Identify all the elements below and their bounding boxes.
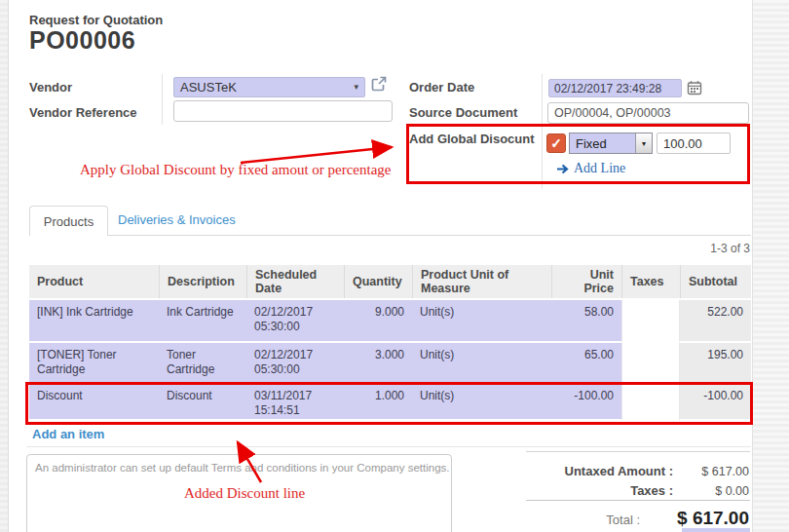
- cell-scheduled-date[interactable]: 03/11/2017 15:14:51: [246, 384, 344, 421]
- table-header-row: Product Description Scheduled Date Quant…: [29, 265, 751, 300]
- form-divider-right: [542, 74, 543, 189]
- col-header-unit-price: Unit Price: [551, 265, 621, 298]
- source-document-label: Source Document: [409, 105, 517, 120]
- untaxed-amount-label: Untaxed Amount :: [526, 464, 673, 478]
- external-link-icon[interactable]: [370, 75, 388, 93]
- col-header-uom: Product Unit of Measure: [412, 265, 551, 298]
- calendar-icon[interactable]: [687, 80, 702, 95]
- cell-unit-price[interactable]: 65.00: [551, 343, 621, 384]
- vendor-reference-input[interactable]: [173, 100, 393, 122]
- page-margin-left: [0, 0, 9, 532]
- chevron-down-icon: ▾: [354, 83, 358, 92]
- order-lines-table: Product Description Scheduled Date Quant…: [29, 265, 751, 421]
- annotation-note-top: Apply Global Discount by fixed amout or …: [80, 162, 392, 178]
- taxes-value: $ 0.00: [673, 484, 749, 498]
- col-header-description: Description: [159, 265, 246, 298]
- add-an-item-link[interactable]: Add an item: [32, 427, 104, 441]
- cell-description[interactable]: Discount: [159, 384, 246, 421]
- order-date-label: Order Date: [409, 80, 474, 95]
- total-row: Total : $ 617.00: [526, 508, 749, 529]
- checkmark-icon: ✓: [550, 135, 562, 151]
- col-header-product: Product: [29, 265, 159, 298]
- total-value: $ 617.00: [640, 508, 749, 529]
- cell-scheduled-date[interactable]: 02/12/2017 05:30:00: [246, 343, 344, 384]
- table-row-discount[interactable]: Discount Discount 03/11/2017 15:14:51 1.…: [29, 384, 751, 421]
- page-title: PO00006: [29, 26, 135, 55]
- tab-deliveries-invoices[interactable]: Deliveries & Invoices: [118, 212, 236, 227]
- cell-unit-price[interactable]: 58.00: [551, 300, 621, 343]
- table-row[interactable]: [INK] Ink Cartridge Ink Cartridge 02/12/…: [29, 300, 751, 343]
- discount-type-select[interactable]: Fixed ▾: [569, 133, 653, 154]
- cell-subtotal[interactable]: -100.00: [680, 384, 751, 421]
- vendor-label: Vendor: [29, 80, 72, 95]
- col-header-taxes: Taxes: [621, 265, 680, 298]
- vendor-value: ASUSTeK: [180, 80, 237, 95]
- page-margin-right: [752, 0, 789, 532]
- annotation-note-bottom: Added Discount line: [184, 485, 305, 502]
- total-highlight-strip: [682, 528, 750, 532]
- cell-product[interactable]: [TONER] Toner Cartridge: [29, 343, 159, 384]
- source-document-input[interactable]: [547, 102, 749, 124]
- table-row[interactable]: [TONER] Toner Cartridge Toner Cartridge …: [29, 343, 751, 384]
- taxes-row: Taxes : $ 0.00: [526, 483, 749, 498]
- cell-unit-price[interactable]: -100.00: [551, 384, 621, 421]
- cell-quantity[interactable]: 9.000: [344, 300, 412, 343]
- cell-scheduled-date[interactable]: 02/12/2017 05:30:00: [246, 300, 344, 343]
- order-date-input[interactable]: [548, 79, 682, 97]
- rfq-form-screen: Request for Quotation PO00006 Vendor Ven…: [0, 0, 789, 532]
- total-label: Total :: [526, 513, 640, 527]
- arrow-right-icon: [556, 164, 569, 174]
- totals-divider-bottom: [526, 500, 750, 501]
- global-discount-label: Add Global Disocunt: [409, 132, 535, 146]
- section-divider: [26, 446, 751, 447]
- cell-description[interactable]: Ink Cartridge: [159, 300, 246, 343]
- col-header-quantity: Quantity: [344, 265, 412, 298]
- cell-uom[interactable]: Unit(s): [412, 343, 551, 384]
- global-discount-checkbox[interactable]: ✓: [546, 133, 566, 153]
- cell-subtotal[interactable]: 522.00: [680, 300, 751, 343]
- pager: 1-3 of 3: [710, 242, 750, 255]
- cell-product[interactable]: [INK] Ink Cartridge: [29, 300, 159, 343]
- cell-taxes[interactable]: [621, 343, 680, 384]
- select-dropdown-button[interactable]: ▾: [635, 133, 652, 153]
- tabbar-divider: [29, 235, 751, 236]
- cell-taxes[interactable]: [621, 300, 680, 343]
- form-divider-left: [162, 74, 163, 125]
- vendor-reference-label: Vendor Reference: [29, 105, 137, 120]
- discount-type-value: Fixed: [570, 136, 607, 151]
- taxes-label: Taxes :: [526, 483, 673, 498]
- cell-uom[interactable]: Unit(s): [412, 384, 551, 421]
- discount-amount-input[interactable]: [657, 133, 731, 154]
- cell-uom[interactable]: Unit(s): [412, 300, 551, 343]
- cell-quantity[interactable]: 3.000: [344, 343, 412, 384]
- totals-divider-top: [526, 451, 750, 452]
- cell-quantity[interactable]: 1.000: [344, 384, 412, 421]
- col-header-subtotal: Subtotal: [680, 265, 751, 298]
- untaxed-amount-value: $ 617.00: [673, 465, 749, 478]
- chevron-down-icon: ▾: [642, 139, 646, 148]
- col-header-scheduled-date: Scheduled Date: [246, 265, 344, 298]
- annotation-arrow-top: [241, 147, 392, 163]
- untaxed-amount-row: Untaxed Amount : $ 617.00: [526, 464, 749, 478]
- cell-subtotal[interactable]: 195.00: [680, 343, 751, 384]
- add-line-button[interactable]: Add Line: [556, 161, 625, 176]
- doc-type-label: Request for Quotation: [29, 13, 163, 27]
- add-line-label: Add Line: [574, 161, 625, 176]
- vendor-select[interactable]: ASUSTeK ▾: [173, 77, 365, 97]
- cell-description[interactable]: Toner Cartridge: [159, 343, 246, 384]
- cell-product[interactable]: Discount: [29, 384, 159, 421]
- tab-products[interactable]: Products: [29, 206, 108, 236]
- cell-taxes[interactable]: [621, 384, 680, 421]
